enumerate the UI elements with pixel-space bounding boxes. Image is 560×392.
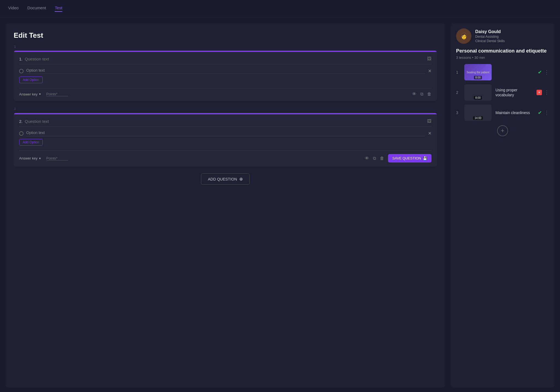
option-remove-2[interactable]: ✕	[428, 131, 431, 136]
points-input-2[interactable]	[46, 156, 68, 161]
lesson-info-3: Maintain cleanliness	[495, 110, 534, 115]
profile-name: Daisy Gould	[475, 29, 505, 34]
profile-role: Dental Assisting	[475, 35, 505, 39]
footer-icons-1: 👁 ⧉ 🗑	[412, 92, 431, 97]
question-card-1: 1. 🖼 Option text ✕ Add Option Answer key	[14, 51, 437, 101]
drag-handle-q2[interactable]: ⠿	[14, 108, 437, 111]
question-text-input-2[interactable]	[25, 119, 107, 124]
delete-icon-1[interactable]: 🗑	[427, 92, 431, 97]
lesson-item-3: 3 14:00 Maintain cleanliness ✔ ⋮	[456, 104, 549, 121]
lesson-thumbnail-2[interactable]: 8:00	[464, 84, 492, 101]
check-green-icon-1[interactable]: ✔	[538, 69, 542, 75]
more-options-icon-3[interactable]: ⋮	[544, 110, 549, 116]
lesson-duration-3: 14:00	[473, 116, 483, 120]
tab-document[interactable]: Document	[27, 5, 46, 12]
copy-icon-2[interactable]: ⧉	[373, 156, 376, 161]
check-red-icon-2[interactable]: ✕	[536, 90, 542, 95]
question-footer-2: Answer key ▾ 👁 ⧉ 🗑 SAVE QUESTION 💾	[19, 150, 431, 162]
main-layout: Edit Test ⠿ 1. 🖼 Option text ✕ Add	[0, 18, 560, 392]
profile-info: Daisy Gould Dental Assisting Clinical De…	[475, 29, 505, 43]
answer-key-dropdown-2[interactable]: Answer key ▾	[19, 156, 41, 160]
option-row-2: Option text ✕	[19, 130, 431, 136]
question-footer-1: Answer key ▾ 👁 ⧉ 🗑	[19, 88, 431, 97]
add-lesson-button[interactable]: +	[456, 125, 549, 136]
lesson-name-3: Maintain cleanliness	[495, 111, 530, 115]
avatar: 👩	[456, 28, 471, 44]
more-options-icon-1[interactable]: ⋮	[544, 69, 549, 75]
edit-test-panel: Edit Test ⠿ 1. 🖼 Option text ✕ Add	[5, 23, 445, 388]
option-remove-1[interactable]: ✕	[428, 68, 431, 74]
question-number-1: 1.	[19, 57, 107, 61]
lesson-number-3: 3	[456, 111, 460, 115]
right-panel: 👩 Daisy Gould Dental Assisting Clinical …	[451, 23, 555, 388]
option-text-2: Option text	[26, 130, 425, 136]
image-icon-2[interactable]: 🖼	[427, 119, 431, 124]
course-meta: 3 lessons • 30 min	[456, 56, 549, 60]
question-text-input-1[interactable]	[25, 57, 107, 61]
chevron-down-icon-2: ▾	[39, 156, 41, 160]
profile-department: Clinical Dental Skills	[475, 39, 505, 43]
lesson-number-1: 1	[456, 70, 460, 74]
copy-icon-1[interactable]: ⧉	[420, 92, 423, 97]
drag-handle-q1[interactable]: ⠿	[14, 45, 437, 49]
save-icon: 💾	[423, 156, 427, 160]
edit-test-title: Edit Test	[14, 31, 437, 40]
plus-circle-icon: +	[497, 125, 508, 136]
question-card-2: 2. 🖼 Option text ✕ Add Option Answer key	[14, 113, 437, 167]
points-input-1[interactable]	[46, 92, 68, 96]
plus-icon: ⊕	[239, 176, 243, 182]
lesson-thumbnail-1[interactable]: Seating the patient 8:00	[464, 64, 492, 80]
card-body-2: 2. 🖼 Option text ✕ Add Option Answer key	[14, 114, 437, 167]
image-icon-1[interactable]: 🖼	[427, 56, 431, 61]
lesson-actions-1: ✔ ⋮	[538, 69, 549, 75]
question-row-2: 2. 🖼	[19, 119, 431, 127]
footer-icons-2: 👁 ⧉ 🗑 SAVE QUESTION 💾	[365, 154, 431, 162]
tab-test[interactable]: Test	[55, 5, 62, 12]
add-question-button[interactable]: ADD QUESTION ⊕	[201, 173, 250, 185]
eye-icon-1[interactable]: 👁	[412, 92, 416, 97]
more-options-icon-2[interactable]: ⋮	[544, 89, 549, 95]
lesson-thumbnail-3[interactable]: 14:00	[464, 104, 492, 121]
answer-key-dropdown-1[interactable]: Answer key ▾	[19, 92, 41, 96]
delete-icon-2[interactable]: 🗑	[380, 156, 384, 161]
save-question-button[interactable]: SAVE QUESTION 💾	[388, 154, 431, 162]
option-row-1: Option text ✕	[19, 68, 431, 74]
add-option-button-1[interactable]: Add Option	[19, 77, 43, 83]
lesson-item-1: 1 Seating the patient 8:00 ✔ ⋮	[456, 64, 549, 80]
lesson-duration-1: 8:00	[474, 76, 482, 79]
top-navigation: Video Document Test	[0, 0, 560, 18]
lesson-name-2: Using proper vocabulary	[495, 88, 517, 97]
lesson-number-2: 2	[456, 90, 460, 95]
card-body-1: 1. 🖼 Option text ✕ Add Option Answer key	[14, 52, 437, 101]
option-radio-1[interactable]	[19, 69, 24, 73]
add-option-button-2[interactable]: Add Option	[19, 139, 43, 146]
question-row-1: 1. 🖼	[19, 56, 431, 64]
eye-icon-2[interactable]: 👁	[365, 156, 369, 161]
lesson-info-2: Using proper vocabulary	[495, 88, 533, 97]
add-question-container: ADD QUESTION ⊕	[14, 173, 437, 185]
question-number-2: 2.	[19, 119, 107, 124]
lesson-thumb-title-1: Seating the patient	[465, 70, 490, 75]
lesson-actions-3: ✔ ⋮	[538, 110, 549, 116]
lesson-item-2: 2 8:00 Using proper vocabulary ✕ ⋮	[456, 84, 549, 101]
lesson-actions-2: ✕ ⋮	[536, 89, 549, 95]
tab-video[interactable]: Video	[8, 5, 19, 12]
course-title: Personal communication and etiquette	[456, 48, 549, 54]
option-radio-2[interactable]	[19, 131, 24, 136]
chevron-down-icon-1: ▾	[39, 92, 41, 96]
lesson-duration-2: 8:00	[474, 96, 482, 100]
option-text-1: Option text	[26, 68, 425, 74]
check-green-icon-3[interactable]: ✔	[538, 110, 542, 116]
profile-section: 👩 Daisy Gould Dental Assisting Clinical …	[456, 28, 549, 44]
